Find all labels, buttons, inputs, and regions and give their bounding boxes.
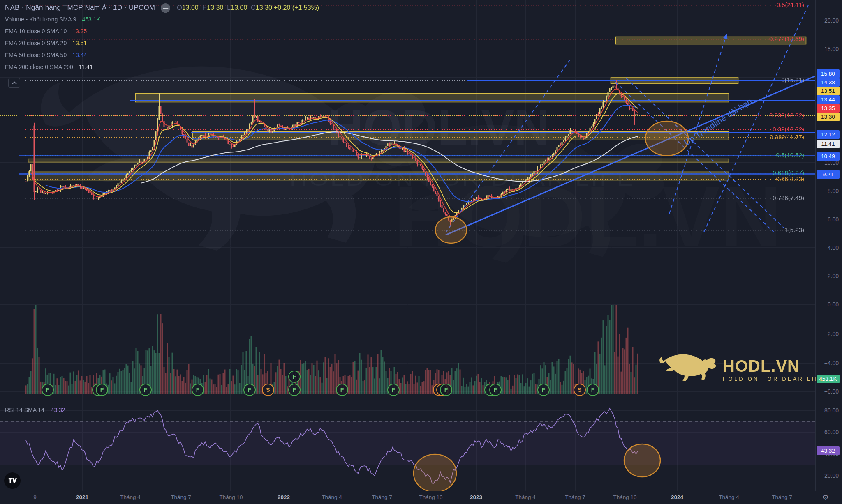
collapse-legend-button[interactable] bbox=[8, 78, 20, 88]
ohlc-item: L13.00 bbox=[227, 4, 247, 12]
fib-level-label: -0.272(18.69) bbox=[767, 35, 804, 42]
fib-level-label: 0.236(13.32) bbox=[769, 112, 804, 119]
time-axis-label: 2024 bbox=[671, 494, 683, 500]
fib-level-label: 0.382(11.77) bbox=[770, 133, 804, 140]
time-axis-label: 2021 bbox=[76, 494, 88, 500]
event-badge-S[interactable]: S bbox=[574, 384, 586, 396]
axis-tick: 20.00 bbox=[824, 17, 839, 24]
price-badge: 13.30 bbox=[817, 113, 840, 121]
event-badge-F[interactable]: F bbox=[96, 384, 108, 396]
time-axis-label: Tháng 4 bbox=[515, 494, 536, 500]
price-badge: 13.35 bbox=[817, 104, 840, 113]
axis-tick: 2.00 bbox=[828, 273, 839, 279]
event-badge-F[interactable]: F bbox=[139, 384, 152, 396]
time-axis-label: Tháng 4 bbox=[322, 494, 342, 500]
axis-tick: 8.00 bbox=[828, 188, 839, 194]
axis-tick: 18.00 bbox=[824, 46, 839, 52]
time-axis-label: Tháng 10 bbox=[419, 494, 442, 500]
axis-tick: 60.00 bbox=[824, 429, 839, 435]
price-badge: 10.49 bbox=[817, 152, 840, 161]
event-badge-F[interactable]: F bbox=[387, 384, 400, 396]
axis-tick: 0.00 bbox=[828, 301, 839, 308]
hide-indicator-button[interactable]: — bbox=[161, 3, 170, 13]
time-axis-label: Tháng 7 bbox=[171, 494, 191, 500]
chart-root: NAB · Ngân hàng TMCP Nam Á · 1D · UPCOM … bbox=[0, 0, 842, 504]
legend-row-volume[interactable]: Volume - Khối lượng SMA 9 453.1K bbox=[5, 13, 319, 25]
legend-row-ema200[interactable]: EMA 200 close 0 SMA 200 11.41 bbox=[5, 61, 319, 73]
legend-row-ema50[interactable]: EMA 50 close 0 SMA 50 13.44 bbox=[5, 49, 319, 61]
event-badge-F[interactable]: F bbox=[440, 384, 452, 396]
time-axis-label: Tháng 4 bbox=[120, 494, 141, 500]
tradingview-logo[interactable] bbox=[4, 472, 21, 489]
time-axis-label: 2022 bbox=[278, 494, 290, 500]
axis-tick: 6.00 bbox=[828, 216, 839, 223]
price-badge: 12.12 bbox=[817, 130, 840, 139]
time-axis-label: Tháng 4 bbox=[719, 494, 739, 500]
price-badge: 13.44 bbox=[817, 95, 840, 104]
event-badge-S[interactable]: S bbox=[262, 384, 274, 396]
time-axis-label: Tháng 7 bbox=[565, 494, 585, 500]
time-axis[interactable]: 92021Tháng 4Tháng 7Tháng 102022Tháng 4Th… bbox=[0, 491, 842, 504]
legend-row-ema20[interactable]: EMA 20 close 0 SMA 20 13.51 bbox=[5, 37, 319, 49]
fib-level-label: 0(15.81) bbox=[781, 76, 804, 83]
pane-separator[interactable] bbox=[0, 405, 842, 405]
indicator-legend: Volume - Khối lượng SMA 9 453.1KEMA 10 c… bbox=[5, 13, 319, 73]
event-badge-F[interactable]: F bbox=[336, 384, 348, 396]
price-badge: 13.51 bbox=[817, 87, 840, 95]
event-badge-F[interactable]: F bbox=[42, 384, 54, 396]
rsi-legend: RSI 14 SMA 14 43.32 bbox=[5, 407, 65, 413]
fib-level-label: 0.5(10.52) bbox=[776, 152, 804, 159]
time-axis-label: Tháng 7 bbox=[772, 494, 792, 500]
tv-icon bbox=[8, 476, 17, 485]
settings-gear-icon[interactable]: ⚙ bbox=[822, 493, 829, 502]
axis-tick: −6.00 bbox=[824, 388, 839, 395]
event-badge-F[interactable]: F bbox=[489, 384, 502, 396]
event-badge-F[interactable]: F bbox=[192, 384, 204, 396]
chevron-up-icon bbox=[12, 81, 17, 85]
price-scale-border bbox=[815, 0, 816, 491]
symbol-title[interactable]: NAB · Ngân hàng TMCP Nam Á · 1D · UPCOM bbox=[5, 4, 155, 12]
price-change: +0.20 (+1.53%) bbox=[274, 4, 319, 12]
time-axis-label: Tháng 7 bbox=[372, 494, 392, 500]
ohlc-values: O13.00H13.30L13.00C13.30 bbox=[177, 4, 272, 12]
event-badge-F[interactable]: F bbox=[288, 384, 301, 396]
brand-subtitle: HOLD ON FOR DEAR LIFE bbox=[723, 376, 825, 382]
price-chart-canvas[interactable] bbox=[0, 0, 815, 491]
fib-level-label: 0.66(8.83) bbox=[776, 175, 804, 182]
time-axis-label: Tháng 10 bbox=[219, 494, 243, 500]
axis-tick: −4.00 bbox=[824, 360, 839, 366]
axis-tick: −2.00 bbox=[824, 331, 839, 337]
price-badge: 43.32 bbox=[817, 446, 840, 455]
event-badge-F[interactable]: F bbox=[587, 384, 599, 396]
price-badge: 14.38 bbox=[817, 78, 840, 87]
event-badge-F[interactable]: F bbox=[288, 371, 301, 383]
price-badge: 15.80 bbox=[817, 69, 840, 78]
hodl-brand-logo: HODL.VN HOLD ON FOR DEAR LIFE bbox=[657, 352, 825, 387]
fib-level-label: 1(5.23) bbox=[784, 226, 804, 233]
ohlc-item: H13.30 bbox=[202, 4, 224, 12]
event-badge-F[interactable]: F bbox=[537, 384, 550, 396]
fib-level-label: 0.786(7.49) bbox=[773, 194, 804, 201]
axis-tick: 80.00 bbox=[824, 407, 839, 414]
fib-level-label: 0.33(12.32) bbox=[773, 126, 804, 133]
legend-row-ema10[interactable]: EMA 10 close 0 SMA 10 13.35 bbox=[5, 25, 319, 37]
ohlc-item: C13.30 bbox=[251, 4, 272, 12]
ohlc-item: O13.00 bbox=[177, 4, 199, 12]
axis-tick: 20.00 bbox=[824, 472, 839, 479]
rsi-value: 43.32 bbox=[51, 407, 65, 413]
rsi-legend-label: RSI 14 SMA 14 bbox=[5, 407, 44, 413]
event-badge-F[interactable]: F bbox=[243, 384, 256, 396]
price-badge: 9.21 bbox=[817, 170, 840, 179]
fib-level-label: -0.5(21.11) bbox=[775, 1, 804, 8]
time-axis-label: Tháng 10 bbox=[613, 494, 636, 500]
chart-header: NAB · Ngân hàng TMCP Nam Á · 1D · UPCOM … bbox=[5, 2, 319, 73]
axis-tick: 4.00 bbox=[828, 244, 839, 251]
time-axis-label: 9 bbox=[33, 494, 37, 500]
bull-icon bbox=[657, 352, 719, 387]
price-badge: 11.41 bbox=[817, 140, 840, 148]
brand-title: HODL.VN bbox=[723, 358, 825, 374]
time-axis-label: 2023 bbox=[470, 494, 482, 500]
